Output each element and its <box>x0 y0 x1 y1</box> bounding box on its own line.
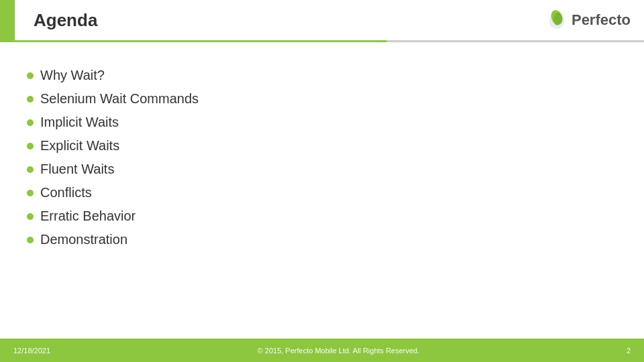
bullet-conflicts: Conflicts <box>27 181 617 204</box>
footer-copyright: © 2015, Perfecto Mobile Ltd. All Rights … <box>258 347 420 355</box>
footer: 12/18/2021 © 2015, Perfecto Mobile Ltd. … <box>0 339 644 362</box>
bullet-dot-icon <box>27 72 34 79</box>
bullet-dot-icon <box>27 119 34 126</box>
bullet-why-wait-label: Why Wait? <box>40 68 105 83</box>
bullet-selenium-label: Selenium Wait Commands <box>40 91 199 107</box>
page-title: Agenda <box>27 10 97 31</box>
bullet-dot-icon <box>27 237 34 243</box>
bullet-implicit-label: Implicit Waits <box>40 115 119 130</box>
bullet-implicit: Implicit Waits <box>27 111 617 134</box>
bullet-erratic: Erratic Behavior <box>27 204 617 228</box>
perfecto-logo-icon <box>546 9 568 31</box>
bullet-selenium: Selenium Wait Commands <box>27 87 617 111</box>
bullet-dot-icon <box>27 143 34 149</box>
bullet-fluent-label: Fluent Waits <box>40 162 114 177</box>
bullet-fluent: Fluent Waits <box>27 158 617 181</box>
bullet-why-wait: Why Wait? <box>27 64 617 87</box>
bullet-demo-label: Demonstration <box>40 232 127 247</box>
footer-page-number: 2 <box>627 347 631 355</box>
bullet-dot-icon <box>27 190 34 196</box>
bullet-demo: Demonstration <box>27 228 617 251</box>
bullet-erratic-label: Erratic Behavior <box>40 208 136 224</box>
main-content: Why Wait?Selenium Wait CommandsImplicit … <box>27 50 617 332</box>
bullet-dot-icon <box>27 166 34 173</box>
header: Agenda Perfecto <box>0 0 644 40</box>
header-divider-line <box>0 40 644 42</box>
logo-area: Perfecto <box>546 9 631 31</box>
footer-date: 12/18/2021 <box>13 347 50 355</box>
bullet-conflicts-label: Conflicts <box>40 185 92 200</box>
logo-text: Perfecto <box>572 11 631 29</box>
bullet-explicit: Explicit Waits <box>27 134 617 158</box>
bullet-dot-icon <box>27 96 34 103</box>
bullet-explicit-label: Explicit Waits <box>40 138 119 154</box>
bullet-dot-icon <box>27 213 34 220</box>
agenda-list: Why Wait?Selenium Wait CommandsImplicit … <box>27 64 617 251</box>
